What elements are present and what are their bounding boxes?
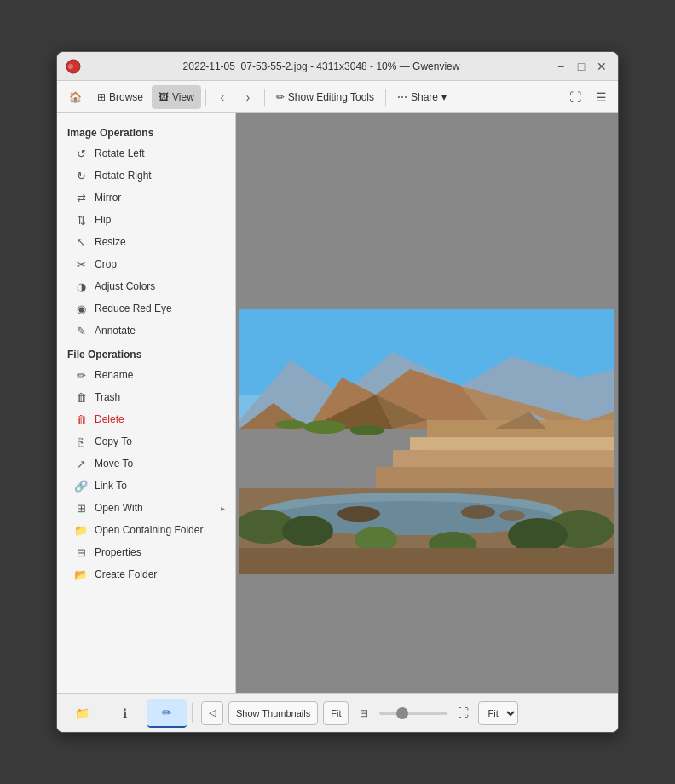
- fullscreen-button[interactable]: ⛶: [563, 85, 587, 109]
- fullscreen-expand-icon: ⛶: [458, 706, 469, 719]
- svg-point-18: [275, 420, 306, 429]
- folder-tab[interactable]: 📁: [62, 699, 101, 728]
- toolbar-separator-3: [385, 89, 386, 106]
- sidebar-item-flip[interactable]: ⇅ Flip: [57, 209, 235, 231]
- mountain-photo: [239, 309, 614, 574]
- share-button[interactable]: ⋯ Share ▾: [390, 85, 453, 109]
- thumbnails-icon: ◁: [209, 707, 216, 718]
- sidebar-item-resize[interactable]: ⤡ Resize: [57, 231, 235, 253]
- svg-point-1: [68, 64, 73, 69]
- sidebar-item-delete[interactable]: 🗑 Delete: [57, 408, 235, 430]
- svg-rect-12: [376, 467, 614, 488]
- svg-rect-11: [393, 450, 614, 467]
- view-button[interactable]: 🖼 View: [152, 85, 201, 109]
- show-editing-tools-button[interactable]: ✏ Show Editing Tools: [269, 85, 381, 109]
- titlebar: 2022-11-05_07-53-55-2.jpg - 4311x3048 - …: [57, 52, 618, 81]
- svg-point-17: [350, 425, 384, 435]
- annotate-label: Annotate: [95, 325, 225, 337]
- toolbar: 🏠 ⊞ Browse 🖼 View ‹ › ✏ Show Editing Too…: [57, 81, 618, 113]
- zoom-out-icon[interactable]: ⊟: [354, 703, 374, 723]
- browse-button[interactable]: ⊞ Browse: [90, 85, 150, 109]
- flip-label: Flip: [95, 214, 225, 226]
- rotate-left-label: Rotate Left: [95, 147, 225, 159]
- maximize-button[interactable]: □: [574, 59, 589, 74]
- fit-dropdown[interactable]: Fit: [478, 701, 518, 725]
- share-dropdown-icon: ▾: [441, 91, 447, 103]
- delete-label: Delete: [95, 413, 225, 425]
- toolbar-separator-2: [264, 89, 265, 106]
- rotate-right-label: Rotate Right: [95, 170, 225, 182]
- sidebar-item-rename[interactable]: ✏ Rename: [57, 364, 235, 386]
- flip-icon: ⇅: [74, 213, 88, 227]
- copy-to-icon: ⎘: [74, 435, 88, 448]
- open-with-label: Open With: [95, 502, 214, 514]
- application-window: 2022-11-05_07-53-55-2.jpg - 4311x3048 - …: [56, 51, 619, 733]
- svg-point-22: [461, 505, 495, 519]
- sidebar-item-open-containing-folder[interactable]: 📁 Open Containing Folder: [57, 519, 235, 541]
- home-button[interactable]: 🏠: [62, 85, 89, 109]
- create-folder-icon: 📂: [74, 568, 88, 581]
- properties-label: Properties: [95, 546, 225, 558]
- edit-tab-icon: ✏: [162, 706, 172, 719]
- window-controls: − □ ✕: [553, 59, 609, 74]
- menu-icon: ☰: [596, 90, 607, 104]
- file-operations-title: File Operations: [57, 342, 235, 364]
- menu-button[interactable]: ☰: [589, 85, 613, 109]
- trash-icon: 🗑: [74, 390, 88, 404]
- sidebar-item-reduce-red-eye[interactable]: ◉ Reduce Red Eye: [57, 297, 235, 320]
- svg-point-26: [282, 516, 333, 546]
- rotate-right-icon: ↻: [74, 169, 88, 182]
- info-tab[interactable]: ℹ: [105, 699, 144, 728]
- svg-rect-31: [239, 548, 614, 574]
- resize-icon: ⤡: [74, 235, 88, 249]
- annotate-icon: ✎: [74, 324, 88, 337]
- rotate-left-icon: ↺: [74, 147, 88, 160]
- create-folder-label: Create Folder: [95, 568, 225, 580]
- sidebar-item-rotate-right[interactable]: ↻ Rotate Right: [57, 164, 235, 187]
- zoom-out-symbol: ⊟: [360, 707, 368, 719]
- mirror-icon: ⇄: [74, 191, 88, 205]
- show-thumbnails-label-button[interactable]: Show Thumbnails: [228, 701, 318, 725]
- view-icon: 🖼: [159, 91, 169, 103]
- show-thumbnails-button[interactable]: ◁: [201, 701, 223, 725]
- sidebar-item-mirror[interactable]: ⇄ Mirror: [57, 187, 235, 209]
- sidebar-item-create-folder[interactable]: 📂 Create Folder: [57, 563, 235, 585]
- image-viewer: [236, 113, 618, 693]
- edit-tab[interactable]: ✏: [147, 699, 187, 728]
- svg-point-24: [338, 506, 380, 522]
- sidebar-item-properties[interactable]: ⊟ Properties: [57, 541, 235, 563]
- show-editing-tools-label: Show Editing Tools: [288, 91, 374, 103]
- sidebar-item-trash[interactable]: 🗑 Trash: [57, 386, 235, 408]
- svg-rect-10: [410, 437, 614, 450]
- mirror-label: Mirror: [95, 192, 225, 204]
- move-to-icon: ↗: [74, 457, 88, 470]
- sidebar-item-rotate-left[interactable]: ↺ Rotate Left: [57, 142, 235, 164]
- image-operations-title: Image Operations: [57, 120, 235, 142]
- close-button[interactable]: ✕: [594, 59, 609, 74]
- toolbar-separator-1: [205, 89, 206, 106]
- sidebar-item-open-with[interactable]: ⊞ Open With ▸: [57, 497, 235, 519]
- zoom-fullscreen-button[interactable]: ⛶: [453, 703, 473, 723]
- next-icon: ›: [245, 90, 250, 104]
- sidebar-item-crop[interactable]: ✂ Crop: [57, 253, 235, 275]
- sidebar-item-copy-to[interactable]: ⎘ Copy To: [57, 430, 235, 453]
- open-with-icon: ⊞: [74, 501, 88, 515]
- open-with-arrow-icon: ▸: [221, 504, 225, 513]
- sidebar-item-annotate[interactable]: ✎ Annotate: [57, 320, 235, 342]
- prev-button[interactable]: ‹: [211, 85, 234, 109]
- zoom-slider[interactable]: [379, 712, 447, 715]
- home-icon: 🏠: [69, 91, 82, 103]
- svg-point-28: [508, 518, 568, 552]
- open-folder-icon: 📁: [74, 523, 88, 537]
- sidebar: Image Operations ↺ Rotate Left ↻ Rotate …: [57, 113, 236, 693]
- open-containing-folder-label: Open Containing Folder: [95, 524, 225, 536]
- next-button[interactable]: ›: [236, 85, 260, 109]
- sidebar-item-link-to[interactable]: 🔗 Link To: [57, 475, 235, 497]
- link-to-icon: 🔗: [74, 479, 88, 493]
- photo-canvas: [239, 309, 614, 577]
- fit-button[interactable]: Fit: [323, 701, 349, 725]
- sidebar-item-adjust-colors[interactable]: ◑ Adjust Colors: [57, 275, 235, 297]
- minimize-button[interactable]: −: [553, 59, 568, 74]
- delete-icon: 🗑: [74, 412, 88, 426]
- sidebar-item-move-to[interactable]: ↗ Move To: [57, 453, 235, 475]
